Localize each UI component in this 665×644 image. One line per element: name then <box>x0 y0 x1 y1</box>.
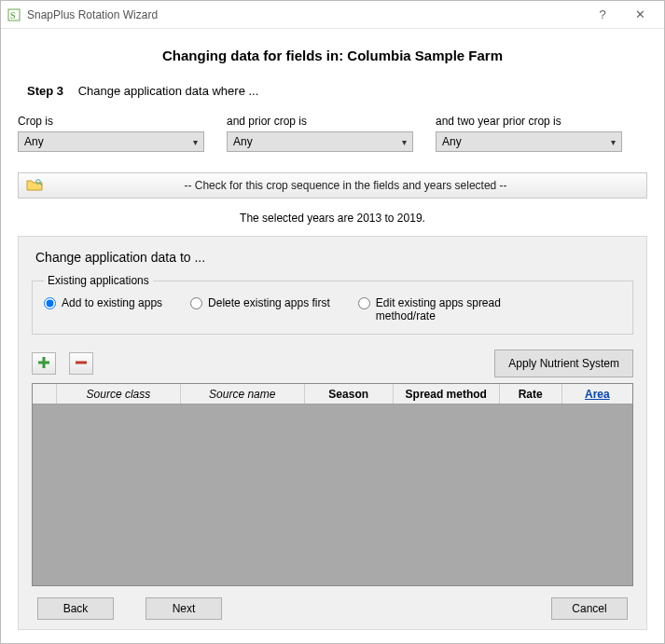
svg-rect-6 <box>76 361 87 363</box>
content: Changing data for fields in: Columbia Sa… <box>1 29 664 643</box>
chevron-down-icon: ▾ <box>193 137 198 147</box>
step-label: Step 3 <box>27 84 63 98</box>
prior-crop-label: and prior crop is <box>227 115 413 128</box>
cancel-label: Cancel <box>572 602 606 615</box>
close-button[interactable]: ✕ <box>621 2 658 28</box>
radio-delete-label[interactable]: Delete existing apps first <box>190 296 330 309</box>
check-sequence-label: -- Check for this crop sequence in the f… <box>52 179 639 192</box>
back-label: Back <box>63 602 89 615</box>
help-button[interactable]: ? <box>584 2 621 28</box>
col-rate[interactable]: Rate <box>500 384 562 404</box>
minus-icon <box>75 356 88 372</box>
grid-corner <box>33 384 57 404</box>
check-sequence-button[interactable]: -- Check for this crop sequence in the f… <box>18 172 647 199</box>
radio-add-text: Add to existing apps <box>62 296 162 309</box>
close-icon: ✕ <box>635 7 645 21</box>
remove-row-button[interactable] <box>69 352 93 375</box>
existing-legend: Existing applications <box>44 274 153 287</box>
wizard-footer: Back Next Cancel <box>32 586 633 620</box>
col-season[interactable]: Season <box>305 384 394 404</box>
crop-is-label: Crop is <box>18 115 204 128</box>
rotation-wizard-window: S SnapPlus Rotation Wizard ? ✕ Changing … <box>0 0 665 644</box>
svg-text:S: S <box>10 10 16 21</box>
crop-selectors: Crop is Any ▾ and prior crop is Any ▾ an… <box>18 115 647 152</box>
chevron-down-icon: ▾ <box>402 137 407 147</box>
question-icon: ? <box>599 7 605 21</box>
step-row: Step 3 Change application data where ... <box>27 84 647 98</box>
col-source-class[interactable]: Source class <box>57 384 181 404</box>
radio-add[interactable] <box>44 297 56 309</box>
col-source-name[interactable]: Source name <box>181 384 305 404</box>
cancel-button[interactable]: Cancel <box>551 597 628 620</box>
prior2-crop-label: and two year prior crop is <box>436 115 622 128</box>
apply-nutrient-system-label: Apply Nutrient System <box>508 357 619 370</box>
radio-delete[interactable] <box>190 297 202 309</box>
existing-applications-group: Existing applications Add to existing ap… <box>32 274 633 335</box>
prior2-crop-value: Any <box>442 135 462 148</box>
prior-crop-value: Any <box>233 135 253 148</box>
apply-nutrient-system-button[interactable]: Apply Nutrient System <box>494 349 633 377</box>
crop-is-dropdown[interactable]: Any ▾ <box>18 131 204 152</box>
svg-rect-5 <box>38 361 49 363</box>
chevron-down-icon: ▾ <box>611 137 616 147</box>
prior2-crop-dropdown[interactable]: Any ▾ <box>436 131 622 152</box>
prior-crop-dropdown[interactable]: Any ▾ <box>227 131 413 152</box>
col-area[interactable]: Area <box>562 384 632 404</box>
page-title: Changing data for fields in: Columbia Sa… <box>18 48 647 63</box>
col-spread-method[interactable]: Spread method <box>394 384 500 404</box>
grid-body <box>33 404 632 585</box>
selected-years-text: The selected years are 2013 to 2019. <box>18 212 647 225</box>
grid-header: Source class Source name Season Spread m… <box>33 384 632 404</box>
radio-edit-label[interactable]: Edit existing apps spread method/rate <box>358 296 545 322</box>
applications-grid[interactable]: Source class Source name Season Spread m… <box>32 383 633 586</box>
radio-edit[interactable] <box>358 297 370 309</box>
panel-title: Change application data to ... <box>35 250 633 265</box>
radio-delete-text: Delete existing apps first <box>208 296 330 309</box>
next-label: Next <box>173 602 196 615</box>
step-text: Change application data where ... <box>78 84 259 98</box>
radio-add-label[interactable]: Add to existing apps <box>44 296 162 309</box>
grid-toolbar: Apply Nutrient System <box>32 349 633 377</box>
next-button[interactable]: Next <box>145 597 222 620</box>
back-button[interactable]: Back <box>37 597 114 620</box>
plus-icon <box>37 356 50 372</box>
crop-is-value: Any <box>24 135 44 148</box>
window-title: SnapPlus Rotation Wizard <box>27 8 158 21</box>
app-icon: S <box>7 7 21 22</box>
add-row-button[interactable] <box>32 352 56 375</box>
titlebar: S SnapPlus Rotation Wizard ? ✕ <box>1 1 664 29</box>
change-application-panel: Change application data to ... Existing … <box>18 236 647 630</box>
radio-edit-text: Edit existing apps spread method/rate <box>376 296 545 322</box>
folder-search-icon <box>26 178 43 194</box>
